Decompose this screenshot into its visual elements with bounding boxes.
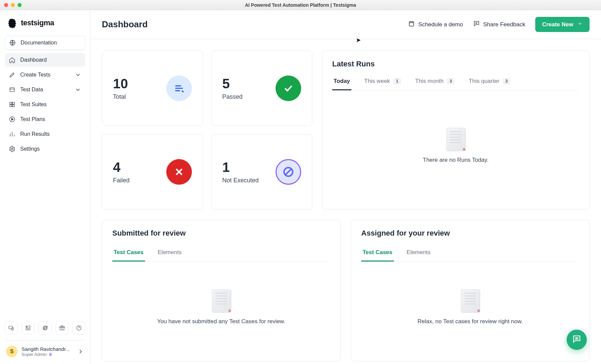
bar-chart-icon [9, 131, 16, 138]
empty-document-icon [212, 289, 231, 312]
feedback-icon [473, 20, 480, 29]
x-circle-icon [166, 159, 192, 185]
empty-text: You have not submitted any Test Cases fo… [157, 318, 285, 325]
sidebar-item-label: Create Tests [20, 72, 51, 78]
schedule-demo-button[interactable]: Schedule a demo [408, 20, 463, 29]
window-controls [4, 3, 22, 7]
tab-today[interactable]: Today [332, 74, 351, 90]
chat-fab[interactable] [567, 330, 587, 350]
window-title: AI Powered Test Automation Platform | Te… [245, 2, 356, 8]
window-titlebar: AI Powered Test Automation Platform | Te… [0, 0, 601, 10]
assigned-empty: Relax, no Test cases for review right no… [361, 262, 579, 352]
tab-this-quarter[interactable]: This quarter3 [467, 74, 512, 90]
sidebar-item-label: Settings [20, 146, 40, 152]
sidebar-utility-row [5, 318, 85, 339]
calendar-icon [408, 20, 415, 29]
brand-logo-icon [7, 18, 18, 28]
main: Dashboard Schedule a demo Share Feedback… [90, 10, 601, 364]
sidebar-item-label: Dashboard [20, 57, 47, 63]
grid-icon [9, 101, 16, 108]
sidebar-item-label: Test Plans [20, 116, 45, 122]
assigned-review-panel: Assigned for your review Test Cases Elem… [351, 220, 590, 361]
sidebar-item-create-tests[interactable]: Create Tests [5, 68, 85, 82]
sidebar-item-dashboard[interactable]: Dashboard [5, 53, 85, 67]
stat-passed[interactable]: 5 Passed [211, 51, 312, 126]
home-icon [9, 57, 16, 63]
close-window-button[interactable] [4, 3, 8, 7]
chevron-down-icon [577, 21, 583, 28]
page-title: Dashboard [102, 19, 148, 30]
chevron-down-icon [75, 71, 81, 78]
divider [5, 340, 85, 340]
empty-document-icon [446, 128, 465, 151]
database-icon [9, 86, 16, 93]
sidebar-item-run-results[interactable]: Run Results [5, 127, 85, 141]
assigned-tabs: Test Cases Elements [361, 246, 579, 262]
refresh-icon-button[interactable] [38, 321, 51, 335]
svg-point-7 [11, 148, 13, 150]
sidebar-item-label: Documentation [21, 40, 57, 46]
chat-icon [572, 334, 581, 345]
user-menu[interactable]: S Sangith Ravichandr... Super Admin ♛ [5, 345, 85, 358]
stat-label: Not Executed [222, 177, 259, 184]
sidebar-item-test-plans[interactable]: Test Plans [5, 113, 85, 126]
check-circle-icon [276, 75, 301, 101]
stat-label: Passed [222, 93, 242, 100]
svg-rect-4 [10, 105, 12, 107]
create-new-button[interactable]: Create New [535, 17, 590, 32]
chevron-down-icon [75, 86, 81, 93]
chevron-right-icon [77, 348, 84, 355]
sidebar-item-label: Test Data [20, 87, 43, 93]
puzzle-icon-button[interactable] [22, 321, 34, 335]
empty-text: There are no Runs Today. [423, 157, 489, 163]
crown-icon: ♛ [49, 352, 53, 357]
tab-this-week[interactable]: This week1 [363, 74, 402, 90]
sidebar-item-documentation[interactable]: Documentation [5, 36, 85, 50]
stat-label: Failed [113, 177, 130, 184]
gift-icon-button[interactable] [56, 321, 68, 335]
stat-value: 1 [222, 160, 259, 175]
avatar: S [6, 346, 18, 357]
slash-circle-icon [276, 159, 301, 185]
user-name: Sangith Ravichandr... [22, 346, 70, 352]
sidebar-item-label: Test Suites [20, 101, 47, 108]
svg-rect-1 [10, 88, 14, 92]
stat-value: 5 [222, 76, 242, 91]
sidebar-item-settings[interactable]: Settings [5, 142, 85, 156]
latest-runs-tabs: Today This week1 This month3 This quarte… [332, 74, 579, 90]
tab-elements[interactable]: Elements [405, 246, 432, 262]
submitted-tabs: Test Cases Elements [112, 246, 330, 262]
submitted-empty: You have not submitted any Test Cases fo… [112, 262, 330, 352]
sidebar-item-test-data[interactable]: Test Data [5, 83, 85, 96]
latest-runs-empty: There are no Runs Today. [332, 90, 579, 201]
zoom-window-button[interactable] [18, 3, 22, 7]
panel-title: Latest Runs [332, 60, 579, 68]
empty-text: Relax, no Test cases for review right no… [418, 318, 523, 325]
tab-test-cases[interactable]: Test Cases [112, 246, 145, 262]
sidebar-item-test-suites[interactable]: Test Suites [5, 98, 85, 111]
help-icon-button[interactable] [73, 321, 85, 335]
gear-icon [9, 146, 16, 152]
pencil-icon [9, 71, 16, 78]
svg-rect-3 [12, 102, 15, 104]
svg-rect-5 [12, 105, 15, 107]
brand[interactable]: testsigma [5, 15, 85, 36]
tab-elements[interactable]: Elements [156, 246, 183, 262]
tab-test-cases[interactable]: Test Cases [361, 246, 394, 262]
stat-failed[interactable]: 4 Failed [102, 134, 203, 210]
user-role: Super Admin ♛ [22, 352, 70, 357]
stats-grid: 10 Total 5 Passed [102, 51, 312, 210]
globe-icon [9, 39, 16, 46]
stat-total[interactable]: 10 Total [102, 51, 203, 126]
device-icon-button[interactable] [5, 321, 18, 335]
svg-rect-2 [10, 102, 12, 104]
minimize-window-button[interactable] [11, 3, 15, 7]
page-header: Dashboard Schedule a demo Share Feedback… [90, 10, 601, 39]
svg-rect-12 [409, 22, 414, 26]
tab-this-month[interactable]: This month3 [414, 74, 456, 90]
stat-not-executed[interactable]: 1 Not Executed [211, 134, 312, 210]
panel-title: Assigned for your review [361, 229, 579, 238]
sidebar: testsigma Documentation Dashboard Create [0, 10, 90, 364]
share-feedback-button[interactable]: Share Feedback [473, 20, 525, 29]
latest-runs-panel: Latest Runs Today This week1 This month3… [322, 51, 590, 210]
